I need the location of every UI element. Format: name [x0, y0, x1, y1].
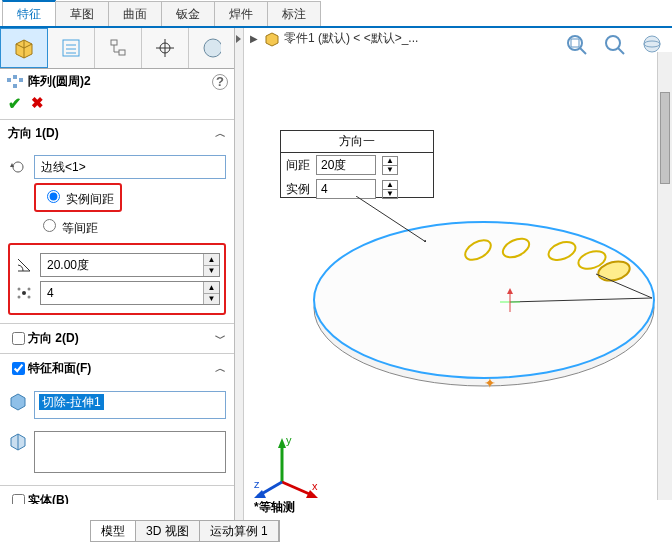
svg-rect-12: [19, 78, 23, 82]
tab-sheet-metal[interactable]: 钣金: [161, 1, 215, 26]
main-area: 阵列(圆周)2 ? ✔ ✖ 方向 1(D) ︿ 边线<1>: [0, 28, 672, 522]
feature-title: 阵列(圆周)2: [28, 73, 91, 90]
angle-value[interactable]: 20.00度: [41, 254, 203, 276]
orientation-triad[interactable]: y x z: [254, 430, 324, 500]
panel-direction-1: 方向 1(D) ︿ 边线<1> 实例间距 等间距: [0, 119, 234, 323]
dir2-checkbox[interactable]: [12, 332, 25, 345]
radio-equal-spacing[interactable]: 等间距: [38, 216, 226, 237]
instance-count-input[interactable]: 4 ▲▼: [40, 281, 220, 305]
svg-rect-0: [63, 40, 79, 56]
panel-features-faces: 特征和面(F) ︿ 切除-拉伸1: [0, 353, 234, 485]
callout-instances-spinner[interactable]: ▲▼: [382, 180, 398, 199]
panel-dir2-title: 方向 2(D): [28, 330, 79, 347]
splitter[interactable]: [235, 28, 244, 522]
instance-count-value[interactable]: 4: [41, 282, 203, 304]
svg-point-16: [28, 288, 31, 291]
svg-point-17: [18, 296, 21, 299]
tab-features[interactable]: 特征: [2, 0, 56, 26]
selected-feature-item[interactable]: 切除-拉伸1: [39, 394, 104, 410]
bottom-tab-model[interactable]: 模型: [91, 521, 136, 541]
radio-instance-spacing-input[interactable]: [47, 190, 60, 203]
panel-feat-body: 切除-拉伸1: [0, 383, 234, 485]
display-tab-icon[interactable]: [142, 28, 189, 68]
callout-instances-label: 实例: [286, 181, 310, 198]
svg-rect-5: [119, 50, 125, 55]
cancel-button[interactable]: ✖: [31, 94, 44, 113]
svg-rect-4: [111, 40, 117, 45]
view-tools: [560, 30, 670, 58]
svg-point-14: [22, 291, 26, 295]
callout-instances-input[interactable]: [316, 179, 376, 199]
selected-faces-list[interactable]: [34, 431, 226, 473]
radio-instance-spacing[interactable]: 实例间距: [34, 183, 122, 212]
view-label: *等轴测: [254, 499, 295, 516]
face-icon: [8, 431, 28, 451]
svg-text:x: x: [312, 480, 318, 492]
more-tab-icon[interactable]: [189, 28, 229, 68]
collapse-icon[interactable]: ︿: [215, 361, 226, 376]
scrollbar-thumb[interactable]: [660, 92, 670, 184]
splitter-arrow-icon: [235, 34, 243, 44]
highlighted-inputs: 20.00度 ▲▼ 4 ▲▼: [8, 243, 226, 315]
target-icon: [154, 37, 176, 59]
svg-text:y: y: [286, 434, 292, 446]
bottom-tab-3dview[interactable]: 3D 视图: [136, 521, 200, 541]
vertical-scrollbar[interactable]: [657, 52, 672, 500]
svg-rect-10: [7, 78, 11, 82]
radio-equal-spacing-label: 等间距: [62, 221, 98, 235]
config-tab-icon[interactable]: [95, 28, 142, 68]
bodies-checkbox[interactable]: [12, 494, 25, 504]
callout-header: 方向一: [281, 131, 433, 153]
svg-line-20: [580, 48, 586, 54]
feat-checkbox[interactable]: [12, 362, 25, 375]
panel-dir1-header[interactable]: 方向 1(D) ︿: [0, 120, 234, 147]
panel-bodies-header[interactable]: 实体(B): [0, 486, 234, 504]
callout-spacing-spinner[interactable]: ▲▼: [382, 156, 398, 175]
callout-spacing-input[interactable]: [316, 155, 376, 175]
svg-rect-21: [571, 39, 579, 47]
collapse-icon[interactable]: ︿: [215, 126, 226, 141]
axis-icon: [8, 157, 28, 177]
zoom-area-icon[interactable]: [598, 30, 632, 58]
document-tab-label: 零件1 (默认) < <默认>_...: [284, 30, 418, 47]
panel-dir2-header[interactable]: 方向 2(D) ﹀: [0, 324, 234, 353]
panel-feat-title: 特征和面(F): [28, 360, 91, 377]
tab-weldments[interactable]: 焊件: [214, 1, 268, 26]
feature-tree-tab-icon[interactable]: [0, 28, 48, 68]
instance-count-spinner[interactable]: ▲▼: [203, 282, 219, 304]
angle-spinner[interactable]: ▲▼: [203, 254, 219, 276]
zoom-fit-icon[interactable]: [560, 30, 594, 58]
collapse-icon[interactable]: ﹀: [215, 331, 226, 346]
circular-pattern-icon: [6, 74, 24, 90]
ok-button[interactable]: ✔: [8, 94, 21, 113]
instance-count-icon: [14, 283, 34, 303]
pattern-callout[interactable]: 方向一 间距 ▲▼ 实例 ▲▼: [280, 130, 434, 198]
panel-bodies-title: 实体(B): [28, 492, 69, 504]
list-icon: [60, 37, 82, 59]
help-icon[interactable]: ?: [212, 74, 228, 90]
panel-feat-header[interactable]: 特征和面(F) ︿: [0, 354, 234, 383]
svg-rect-11: [13, 75, 17, 79]
graphics-view[interactable]: ▶ 零件1 (默认) < <默认>_...: [244, 28, 672, 522]
command-tabs: 特征 草图 曲面 钣金 焊件 标注: [0, 0, 672, 28]
tab-surface[interactable]: 曲面: [108, 1, 162, 26]
radio-equal-spacing-input[interactable]: [43, 219, 56, 232]
ok-cancel-row: ✔ ✖: [0, 90, 234, 119]
document-tab[interactable]: ▶ 零件1 (默认) < <默认>_...: [250, 30, 418, 47]
tab-annotations[interactable]: 标注: [267, 1, 321, 26]
part-icon: [264, 31, 280, 47]
hierarchy-icon: [107, 37, 129, 59]
svg-line-23: [618, 48, 624, 54]
svg-point-9: [204, 39, 221, 57]
bottom-tab-motion[interactable]: 运动算例 1: [200, 521, 279, 541]
sphere-icon: [197, 36, 221, 60]
panel-bodies: 实体(B): [0, 485, 234, 504]
angle-input[interactable]: 20.00度 ▲▼: [40, 253, 220, 277]
svg-point-15: [18, 288, 21, 291]
bottom-tabs: 模型 3D 视图 运动算例 1: [90, 520, 280, 542]
tab-sketch[interactable]: 草图: [55, 1, 109, 26]
cube-icon: [12, 36, 36, 60]
property-tab-icon[interactable]: [48, 28, 95, 68]
axis-input[interactable]: 边线<1>: [34, 155, 226, 179]
selected-features-list[interactable]: 切除-拉伸1: [34, 391, 226, 419]
